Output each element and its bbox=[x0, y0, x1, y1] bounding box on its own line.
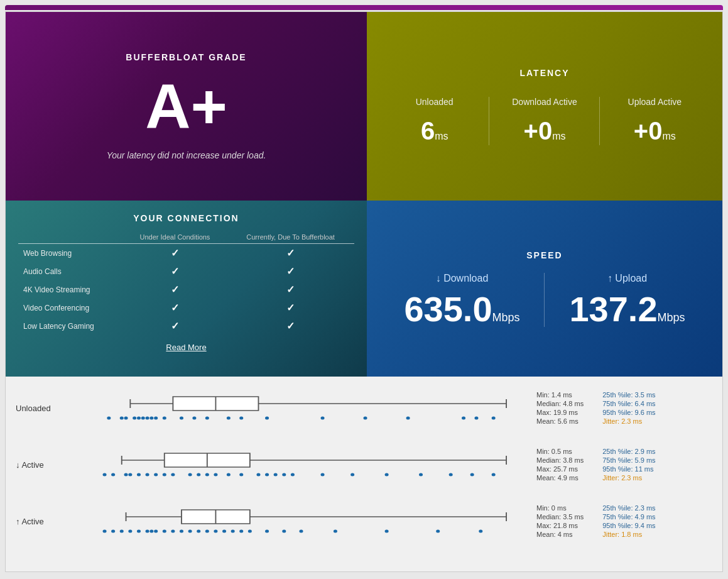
stat-left-0-0: Min: 1.4 ms bbox=[536, 391, 584, 399]
stat-left-2-1: Median: 3.5 ms bbox=[536, 513, 584, 521]
svg-point-68 bbox=[137, 530, 141, 533]
latency-label-upload: Upload Active bbox=[628, 97, 682, 107]
svg-point-40 bbox=[171, 473, 175, 477]
svg-point-64 bbox=[102, 530, 106, 533]
bufferbloat-grade: A+ bbox=[145, 75, 227, 138]
svg-point-55 bbox=[419, 473, 423, 477]
stat-right-0-3: Jitter: 2.3 ms bbox=[602, 417, 655, 425]
chart-stats-0: Min: 1.4 msMedian: 4.8 msMax: 19.9 msMea… bbox=[536, 391, 712, 425]
svg-point-44 bbox=[214, 473, 217, 477]
connection-row: Web Browsing ✓ ✓ bbox=[18, 244, 354, 263]
svg-point-38 bbox=[154, 473, 158, 477]
connection-cell-label: Audio Calls bbox=[18, 262, 123, 280]
svg-point-50 bbox=[282, 473, 286, 477]
stat-right-2-1: 75th %ile: 4.9 ms bbox=[602, 513, 655, 521]
stat-right-1-3: Jitter: 2.3 ms bbox=[602, 474, 655, 482]
svg-point-57 bbox=[470, 473, 474, 477]
speed-col-download: ↓ Download 635.0Mbps bbox=[379, 273, 545, 327]
connection-cell-ideal: ✓ bbox=[123, 280, 227, 299]
svg-point-65 bbox=[111, 530, 115, 533]
svg-point-15 bbox=[180, 417, 183, 420]
chart-stats-1: Min: 0.5 msMedian: 3.8 msMax: 25.7 msMea… bbox=[536, 448, 712, 482]
latency-label-download: Download Active bbox=[512, 97, 577, 107]
stat-left-0-3: Mean: 5.6 ms bbox=[536, 417, 584, 425]
connection-cell-ideal: ✓ bbox=[123, 317, 227, 335]
speed-value-upload: 137.2Mbps bbox=[569, 292, 685, 327]
connection-cell-current: ✓ bbox=[227, 317, 354, 335]
svg-point-48 bbox=[265, 473, 269, 477]
latency-title: LATENCY bbox=[519, 68, 569, 78]
stat-left-2-0: Min: 0 ms bbox=[536, 504, 584, 512]
stat-left-1-1: Median: 3.8 ms bbox=[536, 456, 584, 464]
top-row: BUFFERBLOAT GRADE A+ Your latency did no… bbox=[6, 12, 722, 201]
svg-point-51 bbox=[291, 473, 295, 477]
connection-cell-label: Low Latency Gaming bbox=[18, 317, 123, 335]
connection-header-ideal: Under Ideal Conditions bbox=[123, 231, 227, 244]
connection-row: Video Conferencing ✓ ✓ bbox=[18, 299, 354, 317]
connection-header-current: Currently, Due To Bufferbloat bbox=[227, 231, 354, 244]
stat-left-1-0: Min: 0.5 ms bbox=[536, 448, 584, 455]
stat-right-2-0: 25th %ile: 2.3 ms bbox=[602, 504, 655, 512]
svg-point-76 bbox=[197, 530, 200, 533]
svg-point-13 bbox=[154, 417, 158, 420]
svg-point-58 bbox=[492, 473, 496, 477]
read-more-link[interactable]: Read More bbox=[166, 343, 206, 352]
svg-point-43 bbox=[205, 473, 209, 477]
svg-point-89 bbox=[479, 530, 482, 533]
svg-point-23 bbox=[406, 417, 410, 420]
speed-col-upload: ↑ Upload 137.2Mbps bbox=[545, 273, 710, 327]
chart-label-2: ↑ Active bbox=[16, 517, 66, 526]
svg-point-34 bbox=[124, 473, 128, 477]
svg-point-80 bbox=[231, 530, 235, 533]
connection-title: YOUR CONNECTION bbox=[133, 213, 239, 223]
chart-stats-2: Min: 0 msMedian: 3.5 msMax: 21.8 msMean:… bbox=[536, 504, 712, 538]
svg-point-79 bbox=[222, 530, 226, 533]
chart-row-0: UnloadedMin: 1.4 msMedian: 4.8 msMax: 19… bbox=[16, 389, 712, 427]
chart-row-1: ↓ ActiveMin: 0.5 msMedian: 3.8 msMax: 25… bbox=[16, 446, 712, 483]
stat-right-0-0: 25th %ile: 3.5 ms bbox=[602, 391, 655, 399]
svg-point-71 bbox=[154, 530, 158, 533]
stat-left-1-2: Max: 25.7 ms bbox=[536, 465, 584, 473]
svg-point-81 bbox=[239, 530, 243, 533]
speed-columns: ↓ Download 635.0Mbps ↑ Upload 137.2Mbps bbox=[379, 273, 710, 327]
connection-cell-ideal: ✓ bbox=[123, 244, 227, 263]
svg-point-18 bbox=[227, 417, 231, 420]
stat-left-0-1: Median: 4.8 ms bbox=[536, 400, 584, 407]
connection-table: Under Ideal Conditions Currently, Due To… bbox=[18, 231, 354, 335]
stat-right-1-1: 75th %ile: 5.9 ms bbox=[602, 456, 655, 464]
svg-point-25 bbox=[474, 417, 478, 420]
bufferbloat-panel: BUFFERBLOAT GRADE A+ Your latency did no… bbox=[6, 12, 367, 201]
connection-panel: YOUR CONNECTION Under Ideal Conditions C… bbox=[6, 201, 367, 377]
svg-point-35 bbox=[128, 473, 132, 477]
svg-point-53 bbox=[350, 473, 354, 477]
svg-point-87 bbox=[385, 530, 389, 533]
chart-label-0: Unloaded bbox=[16, 404, 66, 413]
svg-point-36 bbox=[137, 473, 141, 477]
latency-col-upload: Upload Active +0ms bbox=[600, 97, 710, 145]
svg-point-54 bbox=[385, 473, 389, 477]
svg-point-78 bbox=[214, 530, 217, 533]
svg-point-49 bbox=[274, 473, 278, 477]
svg-point-88 bbox=[436, 530, 440, 533]
connection-cell-ideal: ✓ bbox=[123, 262, 227, 280]
svg-point-5 bbox=[107, 417, 111, 420]
svg-point-56 bbox=[449, 473, 453, 477]
svg-point-24 bbox=[462, 417, 465, 420]
svg-point-26 bbox=[492, 417, 496, 420]
stat-left-0-2: Max: 19.9 ms bbox=[536, 409, 584, 416]
stat-right-1-0: 25th %ile: 2.9 ms bbox=[602, 448, 655, 455]
svg-point-12 bbox=[149, 417, 153, 420]
svg-point-16 bbox=[192, 417, 196, 420]
chart-area-2 bbox=[72, 502, 530, 540]
svg-point-85 bbox=[299, 530, 303, 533]
svg-point-8 bbox=[133, 417, 136, 420]
connection-row: Low Latency Gaming ✓ ✓ bbox=[18, 317, 354, 335]
svg-point-47 bbox=[256, 473, 260, 477]
svg-point-32 bbox=[102, 473, 106, 477]
latency-label-unloaded: Unloaded bbox=[416, 97, 454, 107]
latency-value-unloaded: 6ms bbox=[421, 117, 448, 145]
bufferbloat-subtitle: Your latency did not increase under load… bbox=[107, 150, 266, 160]
speed-label-download: ↓ Download bbox=[436, 273, 489, 284]
svg-point-67 bbox=[128, 530, 132, 533]
stat-right-2-3: Jitter: 1.8 ms bbox=[602, 531, 655, 538]
